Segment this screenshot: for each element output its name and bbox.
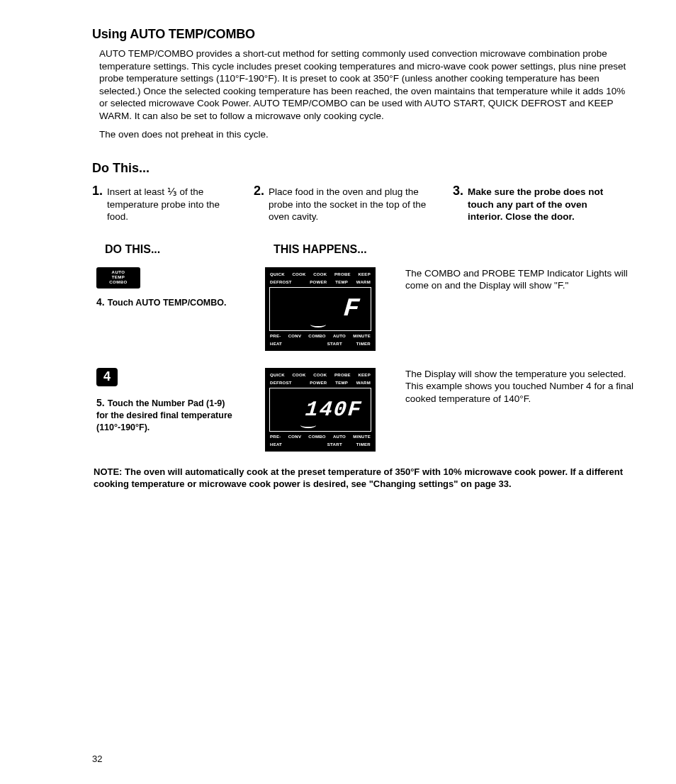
display-value-140f: 140F (304, 398, 363, 422)
steps-row: 1. Insert at least ⅓ of the temperature … (92, 186, 633, 223)
lbl-blank (300, 279, 302, 286)
lbl2-start: START (327, 442, 342, 448)
display-bot-labels-2: HEAT START TIMER (267, 341, 373, 349)
lbl2-conv: CONV (288, 434, 302, 440)
lbl-warm: WARM (356, 279, 371, 286)
lbl-quick: QUICK (270, 271, 285, 278)
lbl-cook2: COOK (313, 271, 327, 278)
lbl-combo: COMBO (308, 333, 326, 340)
row1-left: AUTO TEMP COMBO 4.Touch AUTO TEMP/COMBO. (96, 267, 265, 309)
note-paragraph: NOTE: The oven will automatically cook a… (94, 466, 633, 491)
lbl-conv: CONV (288, 333, 302, 340)
row1-result-text: The COMBO and PROBE TEMP Indicator Light… (394, 267, 633, 292)
step-1-number: 1. (92, 184, 103, 223)
lbl2-pre: PRE- (270, 434, 281, 440)
row2-result-text: The Display will show the temperature yo… (394, 368, 633, 405)
lbl2-defrost: DEFROST (270, 380, 292, 386)
instruction-row-2: 4 5.Touch the Number Pad (1-9) for the d… (96, 368, 633, 452)
step-4: 4.Touch AUTO TEMP/COMBO. (96, 296, 265, 309)
lbl2-quick: QUICK (270, 372, 285, 379)
lbl2-warm: WARM (356, 380, 371, 386)
lbl2-power: POWER (310, 380, 327, 386)
display-swoosh-icon-2 (300, 422, 316, 428)
display2-bot-labels-2: HEAT START TIMER (267, 442, 373, 449)
lbl2-combo: COMBO (308, 434, 326, 440)
step-2-text: Place food in the oven and plug the prob… (269, 186, 441, 223)
step-1-text: Insert at least ⅓ of the temperature pro… (107, 186, 242, 223)
heading-do-this: Do This... (92, 161, 633, 176)
row1-display: QUICK COOK COOK PROBE KEEP DEFROST POWER… (265, 267, 394, 351)
btn-line-2: TEMP (112, 275, 125, 280)
instruction-row-1: AUTO TEMP COMBO 4.Touch AUTO TEMP/COMBO.… (96, 267, 633, 351)
intro-paragraph: AUTO TEMP/COMBO provides a short-cut met… (99, 47, 633, 122)
display-panel-1: QUICK COOK COOK PROBE KEEP DEFROST POWER… (265, 267, 376, 351)
lbl-heat: HEAT (270, 341, 282, 347)
lbl2-temp: TEMP (335, 380, 348, 386)
step-5-number: 5. (96, 397, 105, 408)
display-top-labels-2: DEFROST POWER TEMP WARM (267, 279, 373, 287)
col-head-do-this: DO THIS... (105, 243, 274, 256)
step-2: 2. Place food in the oven and plug the p… (254, 186, 441, 223)
lbl-timer: TIMER (356, 341, 371, 347)
lbl-minute: MINUTE (353, 333, 371, 340)
display-panel-2: QUICK COOK COOK PROBE KEEP DEFROST POWER… (265, 368, 376, 452)
step-3-number: 3. (453, 184, 463, 223)
lbl-cook1: COOK (292, 271, 305, 278)
lbl-blank2 (296, 341, 298, 347)
page: Using AUTO TEMP/COMBO AUTO TEMP/COMBO pr… (0, 0, 676, 784)
auto-temp-combo-button-graphic: AUTO TEMP COMBO (96, 267, 140, 289)
two-column-header: DO THIS... THIS HAPPENS... (105, 243, 633, 256)
step-5: 5.Touch the Number Pad (1-9) for the des… (96, 396, 238, 434)
lbl-blank3 (312, 341, 313, 347)
lbl2-keep: KEEP (358, 372, 371, 379)
display2-top-labels: QUICK COOK COOK PROBE KEEP (267, 370, 373, 380)
page-number: 32 (92, 754, 102, 764)
lbl-power: POWER (310, 279, 327, 286)
btn-line-3: COMBO (109, 280, 128, 285)
step-3-text: Make sure the probe does not touch any p… (468, 186, 609, 223)
col-head-this-happens: THIS HAPPENS... (274, 243, 367, 256)
lbl-pre: PRE- (270, 333, 281, 340)
display-swoosh-icon (310, 322, 326, 327)
lbl-temp: TEMP (335, 279, 348, 286)
display-screen-2: 140F (269, 388, 371, 432)
number-4-button-graphic: 4 (96, 368, 118, 386)
intro-paragraph-2: The oven does not preheat in this cycle. (99, 129, 633, 141)
lbl2-blank2 (296, 442, 298, 448)
lbl-probe: PROBE (334, 271, 351, 278)
display-bot-labels: PRE- CONV COMBO AUTO MINUTE (267, 331, 373, 341)
row2-left: 4 5.Touch the Number Pad (1-9) for the d… (96, 368, 265, 434)
display-screen-1: F (269, 287, 371, 331)
lbl2-cook2: COOK (313, 372, 327, 379)
lbl2-blank3 (312, 442, 313, 448)
lbl-defrost: DEFROST (270, 279, 292, 286)
lbl2-cook1: COOK (292, 372, 305, 379)
display2-top-labels-2: DEFROST POWER TEMP WARM (267, 380, 373, 388)
display2-bot-labels: PRE- CONV COMBO AUTO MINUTE (267, 432, 373, 442)
lbl-auto: AUTO (333, 333, 346, 340)
step-4-text: Touch AUTO TEMP/COMBO. (108, 298, 227, 308)
row2-display: QUICK COOK COOK PROBE KEEP DEFROST POWER… (265, 368, 394, 452)
lbl-keep: KEEP (358, 271, 371, 278)
lbl2-blank (300, 380, 302, 386)
lbl2-probe: PROBE (334, 372, 351, 379)
lbl2-timer: TIMER (356, 442, 371, 448)
step-1: 1. Insert at least ⅓ of the temperature … (92, 186, 242, 223)
step-5-text: Touch the Number Pad (1-9) for the desir… (96, 398, 232, 432)
lbl2-heat: HEAT (270, 442, 282, 448)
step-3: 3. Make sure the probe does not touch an… (453, 186, 609, 223)
display-top-labels: QUICK COOK COOK PROBE KEEP (267, 269, 373, 279)
lbl2-auto: AUTO (333, 434, 346, 440)
step-2-number: 2. (254, 184, 264, 223)
lbl-start: START (327, 341, 342, 347)
display-value-f: F (343, 294, 364, 323)
heading-using-auto-temp-combo: Using AUTO TEMP/COMBO (92, 27, 633, 42)
lbl2-minute: MINUTE (353, 434, 371, 440)
btn-line-1: AUTO (112, 270, 125, 275)
step-4-number: 4. (96, 296, 105, 308)
